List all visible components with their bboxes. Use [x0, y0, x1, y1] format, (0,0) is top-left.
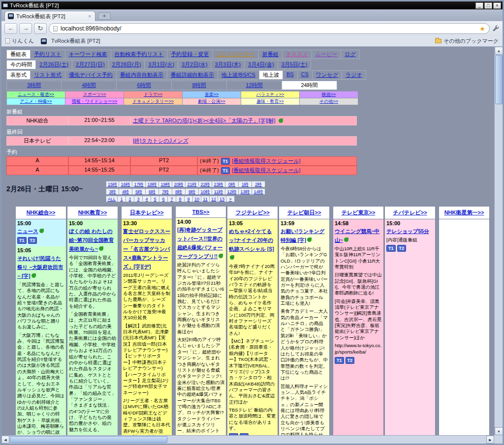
channel-header-link[interactable]: チバテレビ>> [384, 206, 436, 219]
genre-link-4[interactable]: バラエティ>> [241, 91, 300, 98]
tuner-badge-t1[interactable]: T1 [221, 167, 230, 174]
date-tab-2[interactable]: 2月27日(日) [72, 60, 109, 69]
view-tab-3[interactable]: 番組内容自動表示 [117, 70, 167, 80]
hour-link-8時[interactable]: 8時 [172, 188, 186, 195]
page-link-13[interactable]: 13 [218, 196, 226, 202]
hour-link-7時[interactable]: 7時 [159, 188, 172, 195]
page-link-9[interactable]: 9 [185, 196, 193, 202]
tuner-badge-t2[interactable]: T2 [397, 245, 407, 252]
hour-link-1時[interactable]: 1時 [239, 181, 252, 187]
tab-close-icon[interactable]: × [87, 14, 92, 19]
genre-link-10[interactable]: 趣味・教育>> [241, 98, 300, 105]
maximize-button[interactable]: □ [484, 2, 492, 9]
date-tab-6[interactable]: 3月3日(木) [211, 60, 245, 69]
url-text[interactable]: localhost:8969/nobody/ [61, 25, 476, 32]
genre-link-2[interactable]: ドラマ>> [124, 91, 183, 98]
channel-header-link[interactable]: TBS>> [175, 206, 226, 218]
menu-item-0[interactable]: 番組表 [6, 50, 31, 59]
program-title-link[interactable]: 土曜ドラマ TAROの塔(1)<新><全4回>「太陽の子」[字][解] [133, 117, 276, 124]
program-title-link[interactable]: 富士ゼロックススーパーカップサッカー「名古屋グランパス×鹿島アントラーズ」[字]… [123, 228, 170, 269]
bookmark-star-icon[interactable]: ★ [479, 26, 485, 32]
reservation-link[interactable]: [番組情報取得スケジュール] [232, 157, 300, 165]
view-tab-1[interactable]: リスト形式 [31, 70, 65, 80]
hour-link-23時[interactable]: 23時 [212, 181, 225, 187]
hour-link-18時[interactable]: 18時 [146, 181, 159, 187]
tuner-badge-t1[interactable]: T1 [221, 158, 230, 165]
hour-link-12時[interactable]: 12時 [225, 188, 239, 195]
hour-link-0時[interactable]: 0時 [225, 181, 239, 187]
genre-link-6[interactable]: アニメ・特撮>> [7, 98, 65, 105]
channel-header-link[interactable]: フジテレビ>> [227, 206, 278, 219]
span-tab-5[interactable]: 24時間 [282, 81, 337, 90]
hour-link-9時[interactable]: 9時 [186, 188, 199, 195]
program-title-link[interactable]: めちゃ×2イケてるッ!ナイナイ20年の軌跡スペシャル [S] [229, 228, 274, 252]
span-tab-3[interactable]: 8時間 [172, 81, 227, 90]
view-tab-9[interactable]: ワンセグ [313, 70, 342, 80]
page-link-1[interactable]: 1 [118, 196, 126, 202]
program-title-link[interactable]: テレショップ55分 [386, 228, 429, 234]
hour-link-19時[interactable]: 19時 [159, 181, 172, 187]
menu-item-4[interactable]: 予約登録・変更 [167, 50, 213, 59]
tuner-badge-t1[interactable]: T1 [17, 237, 27, 244]
hour-link-3時[interactable]: 3時 [106, 188, 119, 195]
channel-header-link[interactable]: NHK総合>> [15, 206, 66, 219]
menu-item-3[interactable]: 自動検索予約リスト [111, 50, 168, 59]
minimize-button[interactable]: _ [475, 2, 483, 9]
menu-item-8[interactable]: ムービー [312, 50, 342, 59]
page-link-6[interactable]: 6 [159, 196, 168, 202]
new-tab-button[interactable]: + [98, 12, 111, 20]
scroll-left-button[interactable]: ◀ [1, 436, 9, 444]
horizontal-scroll-thumb[interactable] [10, 436, 167, 443]
horizontal-scrollbar[interactable]: ◀ ▶ [1, 435, 494, 444]
scroll-down-button[interactable]: ▼ [495, 427, 503, 435]
page-link-11[interactable]: 11 [201, 196, 210, 202]
hour-link-2時[interactable]: 2時 [252, 181, 265, 187]
genre-link-11[interactable]: その他>> [300, 98, 358, 105]
scroll-right-button[interactable]: ▶ [486, 436, 494, 444]
forward-button[interactable]: → [19, 23, 32, 34]
program-title-link[interactable]: ぼくの絵 わたしの絵~第70回全国教育美術展から~ [69, 228, 114, 252]
date-tab-3[interactable]: 2月28日(月) [109, 60, 145, 69]
wrench-menu-icon[interactable] [492, 25, 500, 32]
page-link-4[interactable]: 4 [143, 196, 151, 202]
program-title-link[interactable]: [再]奇跡ゲッターブットバース!!世界の超絶&爆笑パフォーマーグランプリ!! [177, 227, 222, 259]
page-link-2[interactable]: 2 [126, 196, 134, 202]
genre-link-0[interactable]: ニュース・報道>> [7, 91, 65, 98]
channel-header-link[interactable]: NHK教育>> [67, 206, 118, 219]
hour-link-22時[interactable]: 22時 [199, 181, 212, 187]
hour-link-16時[interactable]: 16時 [119, 181, 132, 187]
view-tab-8[interactable]: CS [298, 70, 313, 80]
page-link-3[interactable]: 3 [134, 196, 143, 202]
genre-link-1[interactable]: スポーツ>> [65, 91, 124, 98]
program-title-link[interactable]: [終]タカトシのJメンズ [133, 137, 189, 145]
menu-item-2[interactable]: キーワード検索 [65, 50, 111, 59]
channel-header-link[interactable]: テレビ朝日>> [279, 206, 330, 219]
genre-link-9[interactable]: 劇場・公演>> [183, 98, 241, 105]
page-link-10[interactable]: 10 [193, 196, 201, 202]
reload-button[interactable]: ↻ [34, 23, 47, 34]
date-tab-4[interactable]: 3月1日(火) [145, 60, 178, 69]
page-link-ALL[interactable]: ALL [106, 196, 118, 202]
menu-item-1[interactable]: 予約リスト [31, 50, 65, 59]
bookmark-tvrock[interactable]: TvRock番組表 [PT2] [41, 37, 100, 45]
back-button[interactable]: ← [4, 23, 17, 34]
address-bar[interactable]: localhost:8969/nobody/ ★ [49, 23, 490, 34]
hour-link-13時[interactable]: 13時 [239, 188, 252, 195]
view-tab-5[interactable]: 地上波/BS/CS [218, 70, 259, 80]
channel-header-link[interactable]: NHK衛星第一>> [439, 206, 490, 219]
view-tab-0[interactable]: 表形式 [6, 70, 31, 80]
hour-link-17時[interactable]: 17時 [132, 181, 146, 187]
other-bookmarks-button[interactable]: その他のブックマーク [435, 37, 499, 45]
menu-item-9[interactable]: ログ [341, 50, 360, 59]
date-tab-5[interactable]: 3月2日(水) [178, 60, 212, 69]
menu-item-7[interactable]: オススメ [283, 50, 312, 59]
program-title-link[interactable]: お願い!ランキング特別編 [字] [281, 228, 324, 243]
tuner-badge-t1[interactable]: T1 [386, 245, 396, 252]
close-button[interactable]: × [493, 2, 501, 9]
program-title-link[interactable]: ニュース [17, 228, 38, 234]
bookmark-rinkun[interactable]: りんくん [5, 37, 34, 45]
browser-tab[interactable]: TvRock番組表 [PT2] × [4, 11, 95, 21]
hour-link-10時[interactable]: 10時 [199, 188, 212, 195]
span-tab-4[interactable]: 12時間 [227, 81, 282, 90]
genre-link-8[interactable]: ドキュメンタリー>> [124, 98, 183, 105]
